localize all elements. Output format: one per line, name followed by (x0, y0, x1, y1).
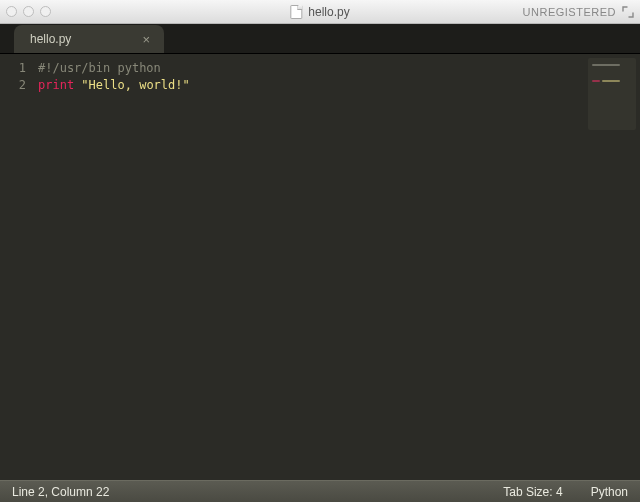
minimize-icon[interactable] (23, 6, 34, 17)
titlebar-right: UNREGISTERED (523, 6, 634, 18)
language-button[interactable]: Python (591, 485, 628, 499)
code-area[interactable]: #!/usr/bin python print "Hello, world!" (34, 54, 640, 480)
file-icon (290, 5, 302, 19)
editor[interactable]: 1 2 #!/usr/bin python print "Hello, worl… (0, 54, 640, 480)
tab-hello[interactable]: hello.py × (14, 25, 164, 53)
code-token-comment: #!/usr/bin python (38, 61, 161, 75)
cursor-position[interactable]: Line 2, Column 22 (12, 485, 109, 499)
code-line[interactable]: print "Hello, world!" (38, 77, 640, 94)
window-title-text: hello.py (308, 5, 349, 19)
tab-label: hello.py (30, 32, 71, 46)
line-number[interactable]: 1 (0, 60, 26, 77)
fullscreen-icon[interactable] (622, 6, 634, 18)
minimap[interactable] (588, 58, 636, 130)
status-bar: Line 2, Column 22 Tab Size: 4 Python (0, 480, 640, 502)
code-token-string: "Hello, world!" (81, 78, 189, 92)
close-icon[interactable] (6, 6, 17, 17)
traffic-lights (6, 6, 51, 17)
minimap-line (592, 64, 620, 66)
zoom-icon[interactable] (40, 6, 51, 17)
tab-size-button[interactable]: Tab Size: 4 (503, 485, 562, 499)
line-number[interactable]: 2 (0, 77, 26, 94)
tab-bar[interactable]: hello.py × (0, 24, 640, 54)
line-gutter: 1 2 (0, 54, 34, 480)
minimap-line (592, 68, 632, 86)
code-line[interactable]: #!/usr/bin python (38, 60, 640, 77)
code-token-keyword: print (38, 78, 74, 92)
editor-window: hello.py UNREGISTERED hello.py × 1 2 #!/… (0, 0, 640, 502)
window-title: hello.py (290, 5, 349, 19)
registration-label: UNREGISTERED (523, 6, 616, 18)
titlebar[interactable]: hello.py UNREGISTERED (0, 0, 640, 24)
close-icon[interactable]: × (142, 33, 150, 46)
